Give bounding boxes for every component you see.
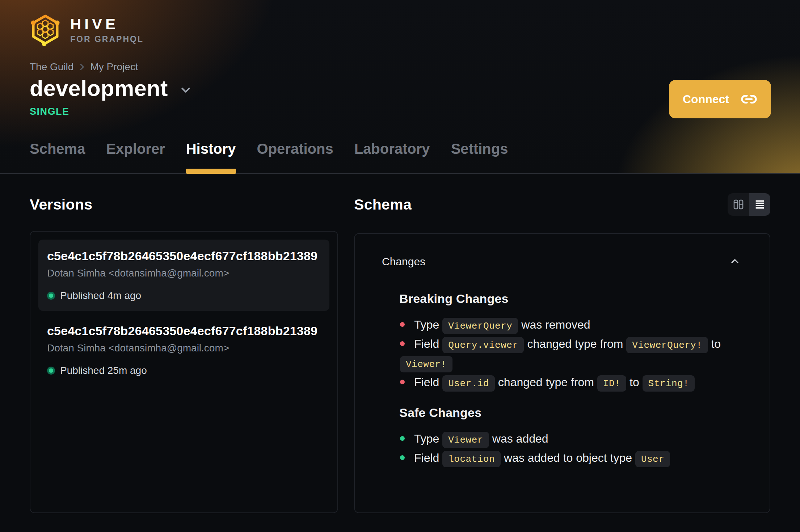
breadcrumb: The GuildMy Project [30, 61, 770, 73]
connect-label: Connect [683, 93, 729, 106]
title-row: development [30, 75, 770, 101]
changes-label: Changes [382, 256, 425, 268]
change-text: Field [414, 376, 442, 389]
change-text: to [626, 376, 642, 389]
changes-section-breaking: Breaking ChangesType ViewerQuery was rem… [399, 292, 741, 392]
change-text: changed type from [524, 337, 626, 350]
change-item: Field User.id changed type from ID! to S… [400, 373, 741, 392]
breadcrumb-item[interactable]: The Guild [30, 61, 73, 73]
version-author: Dotan Simha <dotansimha@gmail.com> [47, 342, 321, 354]
change-text: was added [489, 432, 548, 445]
version-item[interactable]: c5e4c1c5f78b26465350e4ecf677cf188bb21389… [38, 240, 329, 311]
change-list-safe: Type Viewer was addedField location was … [399, 429, 741, 468]
breadcrumb-item[interactable]: My Project [90, 61, 138, 73]
tab-bar: SchemaExplorerHistoryOperationsLaborator… [30, 141, 508, 173]
main-content: Versions c5e4c1c5f78b26465350e4ecf677cf1… [0, 174, 800, 513]
schema-title: Schema [354, 196, 412, 213]
hive-logo-icon[interactable] [30, 13, 61, 47]
code-chip: User.id [442, 375, 495, 392]
code-chip: ViewerQuery! [626, 337, 708, 353]
tab-operations[interactable]: Operations [257, 141, 333, 173]
version-status: Published 4m ago [47, 290, 321, 301]
view-toggle [728, 193, 770, 216]
tab-history[interactable]: History [186, 141, 236, 173]
bullet-icon [400, 322, 405, 327]
columns-view-button[interactable] [728, 193, 749, 216]
list-view-button[interactable] [749, 193, 770, 216]
code-chip: location [442, 451, 501, 467]
change-item: Field location was added to object type … [400, 448, 741, 468]
changes-collapse-header[interactable]: Changes [382, 256, 741, 268]
bullet-icon [400, 341, 405, 346]
tab-explorer[interactable]: Explorer [106, 141, 165, 173]
chevron-right-icon [77, 62, 87, 72]
change-text: Type [414, 432, 442, 445]
change-list-breaking: Type ViewerQuery was removedField Query.… [399, 315, 741, 392]
change-text: changed type from [495, 376, 597, 389]
chevron-down-icon[interactable] [179, 83, 193, 97]
change-text: Field [414, 451, 442, 464]
code-chip: Query.viewer [442, 337, 524, 353]
changes-section-safe: Safe ChangesType Viewer was addedField l… [399, 406, 741, 468]
schema-header: Schema [354, 193, 770, 216]
schema-section: Schema [354, 193, 770, 513]
code-chip: Viewer [442, 432, 489, 448]
versions-title: Versions [30, 196, 92, 213]
columns-view-icon [732, 198, 745, 211]
section-title-breaking: Breaking Changes [399, 292, 741, 306]
app-header: HIVE FOR GRAPHQL The GuildMy Project dev… [0, 0, 800, 174]
link-icon [741, 91, 757, 107]
bullet-icon [400, 380, 405, 384]
published-dot-icon [47, 292, 55, 300]
version-hash: c5e4c1c5f78b26465350e4ecf677cf188bb21389 [47, 324, 321, 338]
change-item: Type ViewerQuery was removed [400, 315, 741, 334]
versions-list: c5e4c1c5f78b26465350e4ecf677cf188bb21389… [30, 231, 338, 513]
tab-settings[interactable]: Settings [451, 141, 508, 173]
code-chip: ViewerQuery [442, 318, 518, 334]
change-text: Field [414, 337, 442, 350]
status-badge: SINGLE [30, 106, 770, 117]
change-text: to [708, 337, 721, 350]
section-title-safe: Safe Changes [399, 406, 741, 420]
version-status-text: Published 4m ago [60, 290, 141, 301]
change-item: Type Viewer was added [400, 429, 741, 448]
changes-panel: Changes Breaking ChangesType ViewerQuery… [354, 233, 770, 513]
chevron-up-icon[interactable] [729, 256, 741, 267]
code-chip: Viewer! [400, 356, 452, 372]
version-author: Dotan Simha <dotansimha@gmail.com> [47, 267, 321, 279]
change-text: Type [414, 318, 442, 331]
versions-header: Versions [30, 193, 338, 216]
bullet-icon [400, 455, 405, 460]
version-status-text: Published 25m ago [60, 365, 147, 376]
bullet-icon [400, 436, 405, 441]
code-chip: ID! [597, 375, 626, 392]
version-hash: c5e4c1c5f78b26465350e4ecf677cf188bb21389 [47, 249, 321, 263]
published-dot-icon [47, 367, 55, 375]
change-sections: Breaking ChangesType ViewerQuery was rem… [399, 292, 741, 468]
page-title: development [30, 75, 168, 101]
change-text: was removed [518, 318, 590, 331]
versions-section: Versions c5e4c1c5f78b26465350e4ecf677cf1… [30, 193, 338, 513]
code-chip: String! [643, 375, 695, 392]
brand-tagline: FOR GRAPHQL [70, 35, 144, 43]
tab-schema[interactable]: Schema [30, 141, 85, 173]
change-text: was added to object type [501, 451, 635, 464]
change-item: Field Query.viewer changed type from Vie… [400, 334, 741, 373]
code-chip: User [635, 451, 670, 467]
connect-button[interactable]: Connect [669, 80, 771, 118]
version-item[interactable]: c5e4c1c5f78b26465350e4ecf677cf188bb21389… [38, 314, 329, 386]
tab-laboratory[interactable]: Laboratory [354, 141, 430, 173]
brand-name: HIVE [70, 17, 144, 32]
list-view-icon [754, 198, 766, 211]
logo-row: HIVE FOR GRAPHQL [30, 13, 770, 47]
version-status: Published 25m ago [47, 365, 321, 376]
logo-text: HIVE FOR GRAPHQL [70, 17, 144, 43]
